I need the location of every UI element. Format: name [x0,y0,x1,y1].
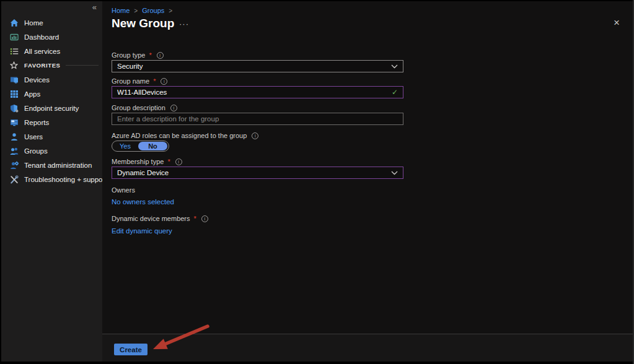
sidebar-item-apps[interactable]: Apps [1,87,102,101]
sidebar-item-label: Users [24,133,43,141]
sidebar-item-home[interactable]: Home [1,15,102,30]
field-label: Group description [112,104,165,111]
sidebar-item-label: Groups [24,147,48,155]
group-name-input[interactable] [117,89,387,96]
home-icon [9,18,19,27]
membership-type-select[interactable]: Dynamic Device [112,167,403,179]
main-panel: Home > Groups > New Group ··· × Group ty… [102,1,633,334]
apps-icon [9,89,19,98]
sidebar-item-label: Endpoint security [24,105,79,112]
sidebar-item-users[interactable]: Users [1,129,102,144]
intune-new-group-screen: « Home Dashboard All services [0,0,634,364]
sidebar: « Home Dashboard All services [1,1,102,362]
dashboard-icon [9,32,19,41]
group-type-value: Security [117,63,143,70]
info-icon[interactable]: i [161,78,167,85]
sidebar-item-endpoint-security[interactable]: Endpoint security [1,101,102,115]
info-icon[interactable]: i [157,52,164,59]
endpoint-security-icon [9,103,19,113]
sidebar-collapse-icon[interactable]: « [92,3,97,12]
info-icon[interactable]: i [175,158,182,165]
group-type-select[interactable]: Security [112,60,403,72]
sidebar-section-favorites: FAVORITES [1,58,102,72]
sidebar-item-tenant-administration[interactable]: Tenant administration [1,158,102,172]
info-icon[interactable]: i [170,105,177,111]
sidebar-item-label: Devices [24,76,50,84]
create-button[interactable]: Create [114,344,147,355]
sidebar-item-label: Troubleshooting + support [24,176,107,183]
sidebar-item-dashboard[interactable]: Dashboard [1,30,102,44]
sidebar-item-troubleshooting-support[interactable]: Troubleshooting + support [1,172,102,186]
devices-icon [9,75,19,84]
group-description-label-row: Group descriptioni [112,104,177,111]
sidebar-item-label: All services [24,48,60,55]
sidebar-item-label: Tenant administration [24,162,92,169]
owners-label-row: Owners [112,186,135,194]
footer-bar: Create [102,334,633,362]
no-owners-selected-link[interactable]: No owners selected [112,198,174,206]
sidebar-item-label: Dashboard [24,33,59,41]
field-label: Membership type [112,158,164,165]
sidebar-section-label: FAVORITES [24,62,61,69]
membership-type-label-row: Membership type*i [112,158,182,165]
users-icon [9,132,19,141]
breadcrumb-separator: > [169,7,172,14]
breadcrumb-separator: > [134,7,138,14]
group-name-label-row: Group name*i [112,77,167,85]
context-menu-ellipsis-icon[interactable]: ··· [179,19,189,28]
group-type-label-row: Group type*i [112,51,164,59]
toggle-option-no-selected[interactable]: No [138,142,167,150]
sidebar-item-label: Apps [24,90,40,98]
sidebar-nav: Home Dashboard All services FAVORITES [1,15,102,186]
field-label: Group name [112,77,149,85]
sidebar-item-groups[interactable]: Groups [1,144,102,158]
reports-icon [9,118,19,127]
azure-ad-roles-toggle: Yes No [112,141,169,152]
valid-check-icon: ✓ [392,88,398,97]
breadcrumb-link-groups[interactable]: Groups [142,7,164,14]
all-services-icon [9,46,19,56]
sidebar-item-reports[interactable]: Reports [1,115,102,129]
dynamic-device-members-label-row: Dynamic device members*i [112,215,208,222]
chevron-down-icon [391,169,398,176]
required-marker: * [153,77,156,85]
sidebar-item-all-services[interactable]: All services [1,44,102,58]
troubleshooting-icon [9,175,19,184]
field-label: Owners [112,186,135,194]
field-label: Dynamic device members [112,215,190,222]
tenant-administration-icon [9,160,19,170]
membership-type-value: Dynamic Device [117,169,169,176]
favorites-divider [66,65,99,66]
edit-dynamic-query-link[interactable]: Edit dynamic query [112,227,172,235]
group-name-field: ✓ [112,86,403,98]
azure-ad-roles-label-row: Azure AD roles can be assigned to the gr… [112,132,258,139]
breadcrumb-link-home[interactable]: Home [112,7,130,14]
chevron-down-icon [391,63,398,70]
info-icon[interactable]: i [201,215,208,222]
sidebar-item-label: Home [24,19,43,27]
sidebar-item-label: Reports [24,119,49,126]
required-marker: * [149,51,151,59]
info-icon[interactable]: i [252,132,258,139]
field-label: Group type [112,51,145,59]
field-label: Azure AD roles can be assigned to the gr… [112,132,247,139]
toggle-option-yes[interactable]: Yes [112,142,138,150]
sidebar-item-devices[interactable]: Devices [1,72,102,87]
group-description-field [112,113,403,125]
groups-icon [9,146,19,155]
breadcrumb: Home > Groups > [112,7,177,14]
required-marker: * [167,158,170,165]
close-icon[interactable]: × [614,17,620,28]
page-title: New Group [112,17,174,30]
group-description-input[interactable] [117,115,398,123]
required-marker: * [194,215,196,222]
star-icon [9,61,19,70]
